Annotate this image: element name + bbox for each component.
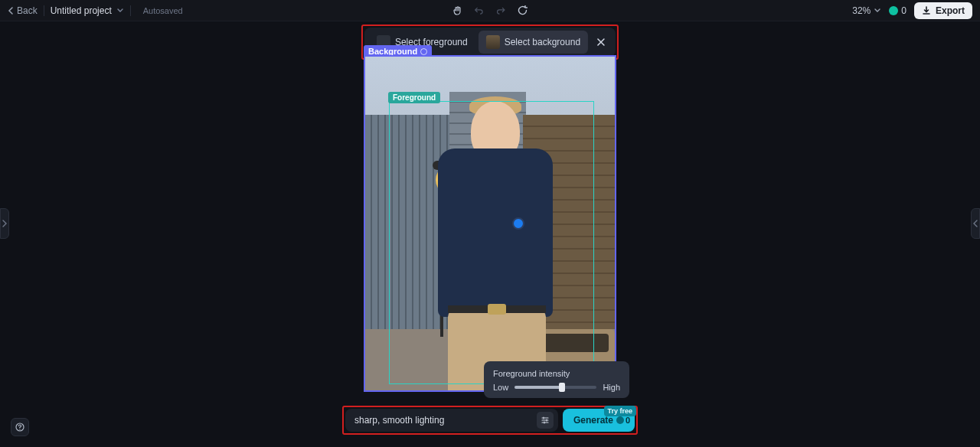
prompt-input-wrap [345,409,558,432]
export-button[interactable]: Export [914,2,972,19]
separator [44,5,44,16]
zoom-dropdown[interactable]: 32% [852,5,881,16]
chevron-right-icon [2,220,7,227]
generate-cost: 0 [616,416,630,425]
undo-icon[interactable] [474,5,485,16]
select-background-button[interactable]: Select background [479,31,588,54]
expand-left-panel[interactable] [0,208,9,239]
foreground-intensity-panel: Foreground intensity Low High [484,361,629,398]
close-icon [596,38,606,47]
annotation-prompt-bar: Generate 0 Try free [342,406,638,435]
slider-thumb[interactable] [559,383,565,392]
canvas-image[interactable]: Foreground [364,55,616,392]
generate-label: Generate [573,415,613,426]
pill-close-button[interactable] [591,32,611,52]
intensity-low-label: Low [493,383,508,392]
project-name-dropdown[interactable]: Untitled project [51,5,124,16]
zoom-value: 32% [852,5,871,16]
hand-tool-icon[interactable] [452,5,463,16]
canvas-stage: Background Foreground [364,55,616,392]
sliders-icon [541,416,550,425]
background-thumb-icon [486,35,500,49]
intensity-high-label: High [603,383,620,392]
intensity-slider[interactable] [514,386,596,389]
slider-fill [514,386,562,389]
generate-cluster: Generate 0 Try free [563,409,635,432]
export-label: Export [936,5,965,16]
credits-display[interactable]: 0 [889,5,906,16]
right-tools: 32% 0 Export [852,2,972,19]
separator [130,5,131,16]
project-name: Untitled project [51,5,112,16]
help-button[interactable] [11,418,29,436]
top-bar: Back Untitled project Autosaved 32% 0 [0,0,980,21]
reset-icon[interactable] [517,5,528,16]
autosaved-status: Autosaved [143,6,183,15]
generate-cost-value: 0 [626,416,630,425]
foreground-intensity-title: Foreground intensity [493,369,620,378]
try-free-badge[interactable]: Try free [603,406,636,416]
prompt-input[interactable] [354,415,537,426]
select-background-label: Select background [505,37,580,47]
chevron-down-icon [874,8,881,14]
credit-coin-icon [616,416,624,424]
chevron-left-icon [973,220,978,227]
chevron-left-icon [8,7,14,15]
foreground-bounding-box[interactable] [389,101,594,384]
help-icon [15,423,24,432]
foreground-layer-label[interactable]: Foreground [388,92,440,103]
center-tools [452,5,528,16]
expand-right-panel[interactable] [971,208,980,239]
info-icon [420,48,427,55]
back-button[interactable]: Back [8,5,38,16]
chevron-down-icon [116,8,124,14]
download-icon [922,6,931,15]
prompt-settings-button[interactable] [537,412,554,429]
back-label: Back [17,5,38,16]
credits-value: 0 [901,5,906,16]
intensity-slider-row: Low High [493,383,620,392]
redo-icon[interactable] [495,5,506,16]
credit-coin-icon [889,6,898,15]
